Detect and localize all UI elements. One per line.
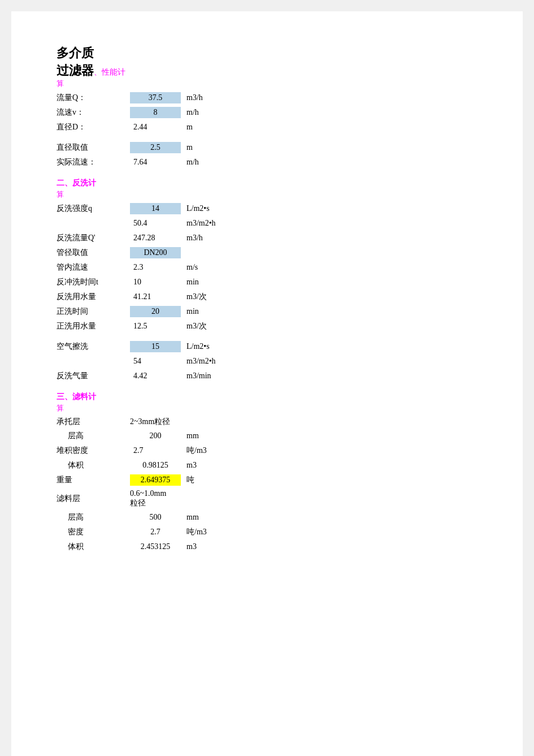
unit-actual-velocity: m/h [186,158,199,167]
row-backwash-water: 反洗用水量 41.21 m3/次 [57,291,477,303]
value-filter-density: 2.7 [130,526,181,538]
row-pipe-velocity: 管内流速 2.3 m/s [57,262,477,273]
label-backwash-flow: 反洗流量Q' [57,233,130,243]
label-filter-layer: 滤料层 [57,494,130,504]
unit-backflush-time: min [186,278,199,287]
section3-header: 三、滤料计 [57,392,477,402]
value-air-scrub: 15 [130,341,181,352]
title-line2: 过滤器 [57,63,94,79]
section1: 算 流量Q： 37.5 m3/h 流速v： 8 m/h 直径D： 2.44 m … [57,79,477,168]
row-forward-wash-time: 正洗时间 20 min [57,306,477,317]
row-backwash-air-vol: 反洗气量 4.42 m3/min [57,370,477,382]
row-air-54: 54 m3/m2•h [57,356,477,367]
section3: 三、滤料计 算 承托层 2~3mm粒径 层高 200 mm 堆积密度 2.7 吨… [57,392,477,552]
label-forward-wash-water: 正洗用水量 [57,321,130,331]
unit-support-height: mm [186,431,199,440]
label-air-scrub: 空气擦洗 [57,342,130,352]
row-diameter-val: 直径取值 2.5 m [57,142,477,153]
unit-forward-wash-time: min [186,307,199,316]
unit-forward-wash-water: m3/次 [186,321,207,331]
section2-calc-label: 算 [57,189,477,200]
value-actual-velocity: 7.64 [130,157,181,168]
value-velocity-v: 8 [130,107,181,118]
row-diameter-d: 直径D： 2.44 m [57,122,477,133]
label-filter-density: 密度 [57,527,130,537]
unit-support-weight: 吨 [186,475,194,485]
value-flow-q: 37.5 [130,92,181,103]
label-velocity-v: 流速v： [57,107,130,118]
value-diameter-d: 2.44 [130,122,181,133]
value-backwash-water: 41.21 [130,291,181,303]
title-suffix: 、性能计 [94,67,125,77]
row-backflush-time: 反冲洗时间t 10 min [57,277,477,288]
title-line1: 多介质 [57,45,477,62]
label-filter-volume: 体积 [57,542,130,552]
value-forward-wash-water: 12.5 [130,321,181,332]
row-pipe-diameter: 管径取值 DN200 [57,247,477,258]
unit-backwash-intensity: L/m2•s [186,204,210,213]
unit-air-scrub: L/m2•s [186,342,210,351]
unit-filter-volume: m3 [186,542,197,551]
row-backwash-flow: 反洗流量Q' 247.28 m3/h [57,232,477,244]
label-actual-velocity: 实际流速： [57,157,130,167]
unit-backwash-water: m3/次 [186,292,207,302]
row-support-height: 层高 200 mm [57,430,477,442]
label-backwash-air-vol: 反洗气量 [57,371,130,381]
row-filter-height: 层高 500 mm [57,512,477,523]
title-block: 多介质 过滤器 、性能计 [57,45,477,79]
unit-pipe-velocity: m/s [186,263,198,272]
label-support-weight: 重量 [57,475,130,485]
row-actual-velocity: 实际流速： 7.64 m/h [57,157,477,168]
row-backwash-50: 50.4 m3/m2•h [57,218,477,229]
value-bulk-density: 2.7 [130,445,181,456]
row-velocity-v: 流速v： 8 m/h [57,107,477,118]
label-backwash-intensity: 反洗强度q [57,204,130,214]
row-air-scrub: 空气擦洗 15 L/m2•s [57,341,477,352]
page: 多介质 过滤器 、性能计 算 流量Q： 37.5 m3/h 流速v： 8 m/h… [11,11,523,756]
label-forward-wash-time: 正洗时间 [57,306,130,317]
value-pipe-velocity: 2.3 [130,262,181,273]
row-filter-density: 密度 2.7 吨/m3 [57,526,477,538]
label-filter-height: 层高 [57,512,130,522]
label-diameter-d: 直径D： [57,122,130,132]
row-flow-q: 流量Q： 37.5 m3/h [57,92,477,103]
value-backwash-air-vol: 4.42 [130,370,181,382]
unit-flow-q: m3/h [186,93,203,102]
section1-group2: 直径取值 2.5 m 实际流速： 7.64 m/h [57,142,477,168]
label-pipe-diameter: 管径取值 [57,248,130,258]
value-support-volume: 0.98125 [130,460,181,471]
section1-calc-label: 算 [57,79,477,89]
label-bulk-density: 堆积密度 [57,446,130,456]
row-filter-layer: 滤料层 0.6~1.0mm 粒径 [57,489,477,508]
unit-backwash-50: m3/m2•h [186,219,216,228]
section2-air: 空气擦洗 15 L/m2•s 54 m3/m2•h 反洗气量 4.42 m3/m… [57,341,477,382]
row-forward-wash-water: 正洗用水量 12.5 m3/次 [57,321,477,332]
unit-backwash-flow: m3/h [186,234,203,243]
value-support-weight: 2.649375 [130,474,181,486]
value-pipe-diameter: DN200 [130,247,181,258]
value-backwash-flow: 247.28 [130,232,181,244]
value-backwash-intensity: 14 [130,203,181,214]
unit-bulk-density: 吨/m3 [186,446,207,456]
value-support-particle: 2~3mm粒径 [130,417,170,427]
value-filter-height: 500 [130,512,181,523]
label-pipe-velocity: 管内流速 [57,262,130,273]
label-backflush-time: 反冲洗时间t [57,277,130,287]
unit-diameter-d: m [186,123,193,132]
unit-diameter-val: m [186,143,193,152]
section2-header: 二、反洗计 [57,178,477,188]
value-diameter-val: 2.5 [130,142,181,153]
section3-calc-label: 算 [57,403,477,413]
row-bulk-density: 堆积密度 2.7 吨/m3 [57,445,477,456]
label-support-volume: 体积 [57,460,130,470]
unit-filter-height: mm [186,513,199,522]
value-backwash-50: 50.4 [130,218,181,229]
label-support-height: 层高 [57,431,130,441]
label-support-layer: 承托层 [57,417,130,427]
row-backwash-intensity: 反洗强度q 14 L/m2•s [57,203,477,214]
unit-air-54: m3/m2•h [186,357,216,366]
label-flow-q: 流量Q： [57,93,130,103]
unit-filter-density: 吨/m3 [186,527,207,537]
value-filter-particle: 0.6~1.0mm 粒径 [130,489,166,508]
value-support-height: 200 [130,430,181,442]
